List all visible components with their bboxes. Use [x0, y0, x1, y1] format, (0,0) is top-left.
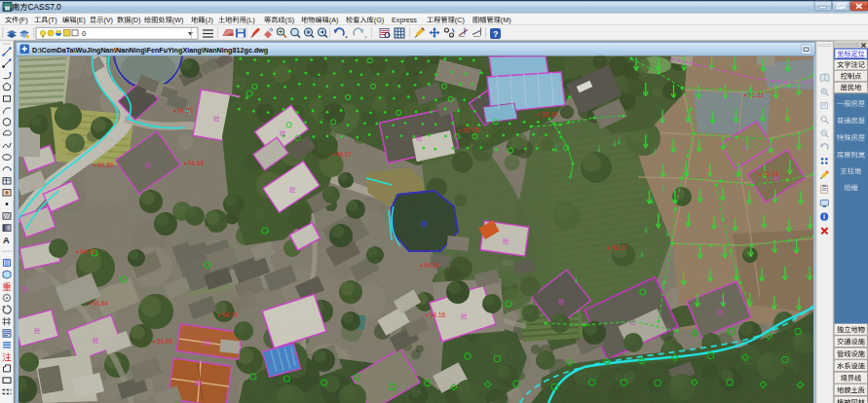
svg-text:0: 0: [82, 29, 86, 38]
svg-text:(G): (G): [374, 16, 384, 24]
svg-text:A: A: [3, 235, 10, 245]
svg-text:Express: Express: [392, 16, 417, 24]
svg-text:(W): (W): [172, 16, 184, 24]
svg-text:(A): (A): [329, 16, 339, 24]
svg-text:i: i: [823, 213, 825, 220]
svg-text:(F): (F): [19, 16, 27, 24]
svg-text:(L): (L): [246, 16, 255, 24]
svg-text:(V): (V): [103, 16, 113, 24]
svg-text:D:\ComDaTa\WuJingNan\NanNing\F: D:\ComDaTa\WuJingNan\NanNing\FenFuYingXi…: [32, 46, 268, 55]
svg-text:(E): (E): [76, 16, 86, 24]
svg-text:CASS7.0: CASS7.0: [28, 2, 62, 12]
svg-text:?: ?: [493, 29, 499, 39]
svg-text:(D): (D): [131, 16, 140, 24]
svg-text:(C): (C): [455, 16, 465, 24]
svg-text:(M): (M): [501, 16, 511, 24]
svg-text:(T): (T): [48, 16, 57, 24]
svg-text:(J): (J): [205, 16, 212, 24]
svg-text:(S): (S): [285, 16, 295, 24]
